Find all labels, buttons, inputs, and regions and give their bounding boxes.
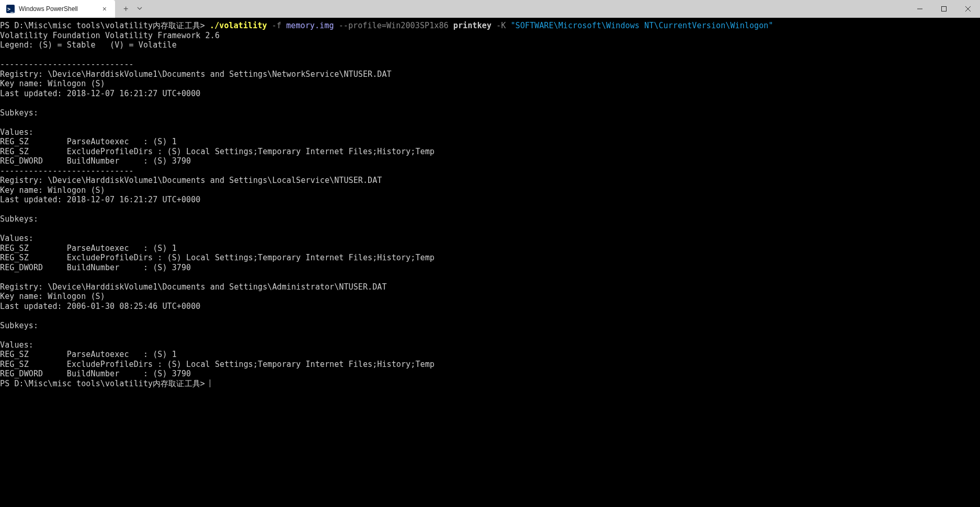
output-separator: ---------------------------- — [0, 60, 134, 69]
output-value-0-3: REG_DWORD BuildNumber : (S) 3790 — [0, 156, 191, 166]
output-legend: Legend: (S) = Stable (V) = Volatile — [0, 40, 177, 50]
tab-strip-controls: + — [115, 0, 143, 18]
terminal-output[interactable]: PS D:\Misc\misc tools\volatility内存取证工具> … — [0, 18, 980, 507]
output-keyname-0: Key name: Winlogon (S) — [0, 79, 105, 88]
cmd-key-string: "SOFTWARE\Microsoft\Windows NT\CurrentVe… — [510, 21, 773, 30]
terminal-cursor — [210, 379, 210, 387]
powershell-icon: >_ — [6, 5, 15, 13]
output-registry-0: Registry: \Device\HarddiskVolume1\Docume… — [0, 70, 392, 79]
output-updated-0: Last updated: 2018-12-07 16:21:27 UTC+00… — [0, 89, 201, 98]
output-value-2-2: REG_SZ ExcludeProfileDirs : (S) Local Se… — [0, 360, 435, 369]
output-value-2-3: REG_DWORD BuildNumber : (S) 3790 — [0, 369, 191, 378]
new-tab-button[interactable]: + — [123, 4, 128, 14]
prompt-cwd: D:\Misc\misc tools\volatility内存取证工具 — [14, 21, 200, 30]
output-value-2-1: REG_SZ ParseAutoexec : (S) 1 — [0, 350, 177, 359]
close-window-button[interactable] — [956, 0, 980, 18]
prompt-gt: > — [200, 379, 210, 388]
output-keyname-2: Key name: Winlogon (S) — [0, 292, 105, 301]
maximize-button[interactable] — [932, 0, 956, 18]
prompt-gt: > — [200, 21, 210, 30]
output-banner: Volatility Foundation Volatility Framewo… — [0, 31, 220, 40]
tab-dropdown-button[interactable] — [136, 4, 143, 14]
minimize-button[interactable] — [908, 0, 932, 18]
close-tab-button[interactable]: × — [100, 5, 109, 13]
svg-rect-1 — [942, 7, 947, 11]
prompt-cwd: D:\Misc\misc tools\volatility内存取证工具 — [14, 379, 200, 388]
output-subkeys-1: Subkeys: — [0, 214, 38, 224]
output-subkeys-0: Subkeys: — [0, 108, 38, 118]
prompt-ps: PS — [0, 379, 14, 388]
output-values-1: Values: — [0, 234, 33, 243]
cmd-flag-k: -K — [496, 21, 506, 30]
output-keyname-1: Key name: Winlogon (S) — [0, 186, 105, 195]
output-value-0-1: REG_SZ ParseAutoexec : (S) 1 — [0, 137, 177, 146]
output-value-1-2: REG_SZ ExcludeProfileDirs : (S) Local Se… — [0, 253, 435, 262]
output-values-2: Values: — [0, 340, 33, 350]
cmd-flag-profile: --profile=Win2003SP1x86 — [339, 21, 449, 30]
output-value-0-2: REG_SZ ExcludeProfileDirs : (S) Local Se… — [0, 147, 435, 156]
tab-powershell[interactable]: >_ Windows PowerShell × — [0, 0, 115, 18]
cmd-subcommand: printkey — [453, 21, 492, 30]
output-updated-2: Last updated: 2006-01-30 08:25:46 UTC+00… — [0, 302, 201, 311]
output-registry-2: Registry: \Device\HarddiskVolume1\Docume… — [0, 282, 387, 292]
output-subkeys-2: Subkeys: — [0, 321, 38, 330]
prompt-ps: PS — [0, 21, 14, 30]
tab-title: Windows PowerShell — [19, 5, 96, 13]
output-value-1-3: REG_DWORD BuildNumber : (S) 3790 — [0, 263, 191, 272]
output-updated-1: Last updated: 2018-12-07 16:21:27 UTC+00… — [0, 195, 201, 204]
output-separator: ---------------------------- — [0, 166, 134, 176]
titlebar: >_ Windows PowerShell × + — [0, 0, 980, 18]
cmd-executable: ./volatility — [210, 21, 267, 30]
cmd-flag-f: -f — [272, 21, 281, 30]
output-value-1-1: REG_SZ ParseAutoexec : (S) 1 — [0, 244, 177, 253]
window-controls — [908, 0, 980, 18]
cmd-arg-file: memory.img — [286, 21, 334, 30]
output-registry-1: Registry: \Device\HarddiskVolume1\Docume… — [0, 176, 382, 185]
output-values-0: Values: — [0, 128, 33, 137]
